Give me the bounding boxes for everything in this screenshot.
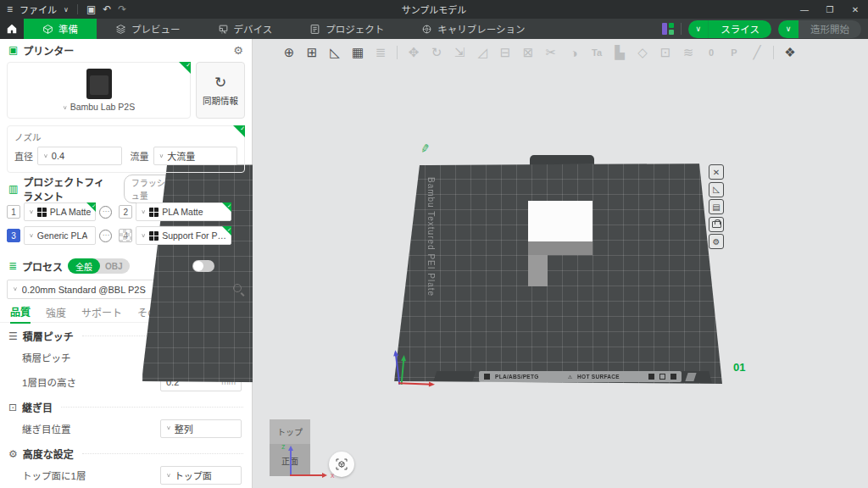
save-icon[interactable]: ▣ — [86, 3, 96, 15]
tab-preview-label: プレビュー — [131, 22, 181, 36]
slice-button[interactable]: スライス — [709, 20, 771, 38]
printer-card[interactable]: ∨ Bambu Lab P2S — [7, 62, 191, 119]
tab-calibration[interactable]: キャリブレーション — [403, 19, 543, 39]
undo-icon[interactable]: ↶ — [103, 3, 111, 15]
filament-section-title: プロジェクトフィラメント — [23, 175, 114, 203]
add-object-icon[interactable]: ⊕ — [278, 42, 300, 63]
layout-panels-icon[interactable] — [662, 23, 674, 35]
filament-2-check-icon — [222, 202, 231, 212]
sync-info-label: 同期情報 — [203, 94, 238, 107]
filament-1-number[interactable]: 1 — [7, 205, 20, 219]
lock-plate-icon[interactable] — [709, 217, 724, 232]
top-one-wall-select[interactable]: ∨ トップ面 — [160, 466, 242, 485]
tab-quality[interactable]: 品質 — [10, 304, 31, 324]
filament-3-number[interactable]: 3 — [7, 229, 20, 242]
filament-3-select[interactable]: ∨ Generic PLA — [24, 226, 96, 245]
arrange-icon[interactable]: ▦ — [347, 42, 369, 63]
titlebar-divider — [77, 4, 78, 14]
filament-2-number[interactable]: 2 — [119, 205, 132, 219]
nozzle-diameter-select[interactable]: ∨ 0.4 — [37, 147, 122, 165]
tab-support[interactable]: サポート — [81, 305, 122, 323]
slice-button-group: ∨ スライス — [688, 20, 771, 38]
bambu-studio-window: ≡ ファイル ∨ ▣ ↶ ↷ サンプルモデル — ❐ ✕ 準備 プレビュー — [0, 0, 868, 488]
window-title: サンプルモデル — [0, 3, 868, 16]
process-mode-general[interactable]: 全般 — [68, 258, 100, 274]
fit-view-button[interactable] — [329, 452, 354, 477]
minimize-button[interactable]: — — [792, 0, 817, 19]
redo-icon[interactable]: ↷ — [118, 3, 126, 15]
seam-position-label: 継ぎ目位置 — [22, 422, 160, 435]
nozzle-flow-label: 流量 — [131, 149, 149, 163]
plate-number-label[interactable]: 01 — [733, 361, 745, 374]
slice-dropdown-button[interactable]: ∨ — [688, 20, 709, 38]
filament-3-more-button[interactable]: ⋯ — [99, 230, 112, 242]
printer-settings-gear-icon[interactable]: ⚙ — [233, 44, 243, 57]
orient-plate-icon[interactable]: ◺ — [709, 182, 724, 197]
home-button[interactable] — [0, 19, 24, 39]
printer-section-icon: ▣ — [8, 44, 18, 56]
plate-front-strip: PLA/ABS/PETG ⚠ HOT SURFACE — [479, 371, 682, 382]
top-one-wall-value: トップ面 — [175, 469, 236, 482]
color-paint-icon: ◑ — [563, 42, 585, 63]
tab-device[interactable]: デバイス — [199, 19, 292, 39]
tab-project[interactable]: プロジェクト — [291, 19, 403, 39]
close-button[interactable]: ✕ — [843, 0, 868, 19]
printer-thumbnail — [86, 69, 112, 99]
plate-settings-icon[interactable]: ⚙ — [709, 234, 724, 249]
layer-height-label: 積層ピッチ — [22, 351, 160, 364]
printer-synced-check-icon — [179, 62, 191, 74]
filament-1-check-icon — [86, 202, 96, 212]
filament-2-select[interactable]: ∨ PLA Matte — [136, 202, 231, 221]
titlebar: ≡ ファイル ∨ ▣ ↶ ↷ サンプルモデル — ❐ ✕ — [0, 0, 868, 19]
add-plate-icon[interactable]: ⊞ — [301, 42, 323, 63]
seam-position-select[interactable]: ∨ 整列 — [160, 419, 242, 438]
layers-icon: ≣ — [370, 42, 392, 63]
tab-strength[interactable]: 強度 — [46, 305, 66, 323]
maximize-button[interactable]: ❐ — [817, 0, 843, 19]
seam-position-value: 整列 — [175, 422, 236, 435]
sync-info-button[interactable]: ↻ 同期情報 — [196, 62, 245, 119]
file-menu-chevron-icon[interactable]: ∨ — [64, 6, 69, 14]
hamburger-menu-icon[interactable]: ≡ — [7, 3, 13, 15]
arrange-plate-icon[interactable]: ▤ — [709, 199, 724, 214]
tab-preview[interactable]: プレビュー — [97, 19, 199, 39]
lock-icon — [712, 220, 721, 228]
model-shadow-bar — [528, 241, 593, 255]
tab-device-label: デバイス — [234, 22, 273, 36]
print-dropdown-button[interactable]: ∨ — [778, 20, 798, 38]
filament-1-more-button[interactable]: ⋯ — [99, 206, 112, 219]
filament-1-select[interactable]: ∨ PLA Matte — [24, 202, 96, 221]
layer-height-section-title: 積層ピッチ — [23, 329, 74, 343]
file-menu[interactable]: ファイル — [19, 3, 57, 16]
nav-cube-top-face[interactable]: トップ — [270, 419, 310, 444]
auto-orient-icon[interactable]: ◺ — [324, 42, 346, 63]
process-mode-switch[interactable]: 全般 OBJ — [68, 258, 130, 274]
build-plate[interactable]: Bambu Textured PEI Plate PLA/ABS/PETG ⚠ … — [394, 164, 722, 385]
tabbar-divider — [681, 23, 682, 35]
calibration-icon — [421, 24, 432, 35]
advanced-section-icon: ⚙ — [8, 448, 18, 460]
filament-4-check-icon — [222, 226, 231, 236]
mesh-edit-icon: ◇ — [632, 42, 654, 63]
model-object[interactable] — [528, 201, 593, 241]
filament-4-select[interactable]: ∨ Support For P… — [136, 226, 231, 245]
process-mode-obj[interactable]: OBJ — [100, 262, 123, 271]
edit-plate-name-icon[interactable]: ✎ — [420, 141, 431, 156]
top-one-wall-row: トップ面に1層 ∨ トップ面 — [0, 463, 252, 487]
top-one-wall-label: トップ面に1層 — [22, 469, 160, 482]
seam-section-header: ⊡ 継ぎ目 — [0, 394, 252, 416]
plates-list-icon: P — [723, 42, 745, 63]
detail-toggle[interactable] — [192, 260, 214, 272]
nozzle-flow-select[interactable]: ∨ 大流量 — [153, 147, 238, 165]
tab-prepare[interactable]: 準備 — [24, 19, 97, 39]
filament-4-number[interactable]: 4 — [119, 229, 132, 242]
delete-plate-icon[interactable]: ✕ — [709, 164, 724, 180]
nozzle-panel: ノズル 直径 ∨ 0.4 流量 ∨ 大流量 — [7, 125, 245, 173]
printer-name: Bambu Lab P2S — [70, 102, 135, 112]
seam-position-row: 継ぎ目位置 ∨ 整列 — [0, 416, 252, 441]
sync-refresh-icon: ↻ — [214, 74, 226, 92]
search-icon[interactable] — [232, 283, 245, 296]
viewport-toolbar: ⊕ ⊞ ◺ ▦ ≣ ✥ ↻ ⇲ ◿ ⊟ ⊠ ✂ ◑ Ta ▙ ◇ ⊡ ≋ 0 P… — [278, 42, 801, 63]
assembly-view-icon[interactable]: ❖ — [779, 42, 801, 63]
viewport-3d[interactable]: ⊕ ⊞ ◺ ▦ ≣ ✥ ↻ ⇲ ◿ ⊟ ⊠ ✂ ◑ Ta ▙ ◇ ⊡ ≋ 0 P… — [253, 39, 868, 488]
